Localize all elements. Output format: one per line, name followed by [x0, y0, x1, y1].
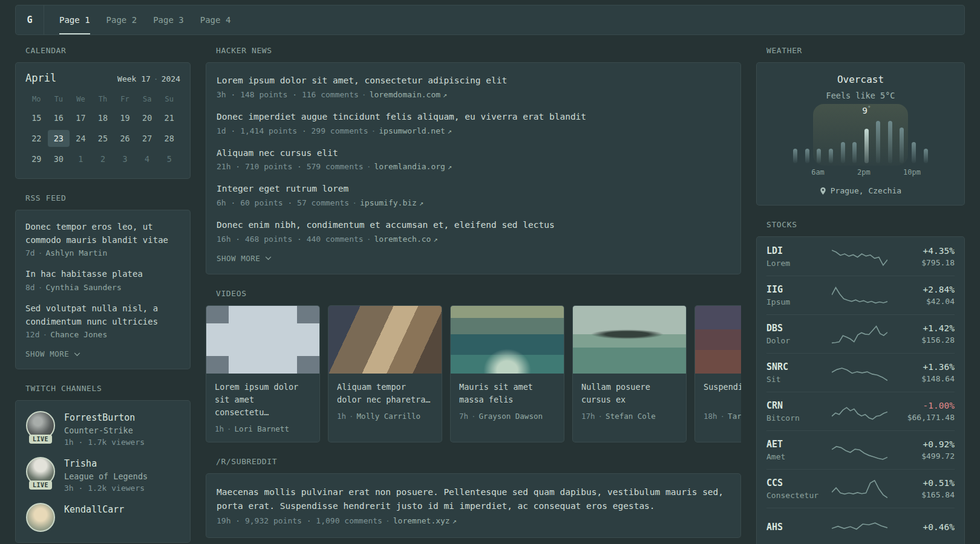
weather-tick-label: 6am	[811, 168, 825, 176]
weather-bar	[912, 142, 916, 163]
video-title[interactable]: Aliquam tempor dolor nec pharetra…	[337, 381, 433, 406]
hacker-news-item: Aliquam nec cursus elit21h · 710 points …	[217, 147, 730, 172]
hacker-news-item-title[interactable]: Donec enim nibh, condimentum et accumsan…	[217, 219, 730, 232]
separator-dot: ·	[598, 412, 603, 421]
weather-tick-label	[846, 168, 857, 176]
sparkline-chart	[832, 362, 887, 384]
twitch-channel-game: Counter-Strike	[64, 426, 145, 435]
separator-dot: ·	[471, 412, 476, 421]
rss-item-age: 7d	[25, 248, 35, 257]
stocks-section-label: STOCKS	[766, 220, 965, 229]
videos-section-label: VIDEOS	[216, 289, 741, 298]
stock-ticker: LDI	[766, 245, 827, 256]
stock-identity: IIGIpsum	[766, 284, 827, 306]
item-source-link[interactable]: loremtech.co	[374, 235, 431, 244]
video-author: Molly Carrillo	[357, 412, 420, 421]
video-thumbnail-camera	[328, 306, 442, 374]
video-thumbnail-fog	[695, 306, 741, 374]
item-source-link[interactable]: loremdomain.com	[370, 90, 440, 99]
weather-section-label: WEATHER	[766, 46, 965, 55]
item-meta: 3h · 148 points · 116 comments·loremdoma…	[217, 90, 730, 99]
video-title[interactable]: Mauris sit amet massa felis	[459, 381, 555, 406]
stock-price: $148.64	[892, 374, 955, 383]
show-more-button[interactable]: SHOW MORE	[217, 254, 730, 263]
video-thumbnail-sea	[451, 306, 564, 374]
stock-row-crn[interactable]: CRNBitcorn-1.00%$66,171.48	[766, 392, 955, 430]
twitch-channel-row[interactable]: LIVEForrestBurtonCounter-Strike1h · 1.7k…	[25, 411, 180, 447]
sparkline-chart	[832, 285, 887, 306]
stock-sparkline	[827, 285, 892, 306]
show-more-button[interactable]: SHOW MORE	[25, 349, 180, 358]
top-nav: G Page 1Page 2Page 3Page 4	[15, 5, 965, 35]
rss-card: Donec tempor eros leo, ut commodo mauris…	[15, 210, 191, 369]
calendar-weekday: Su	[158, 95, 180, 103]
stock-price: $499.72	[892, 452, 955, 461]
subreddit-section-label: /R/SUBREDDIT	[216, 457, 741, 466]
stock-identity: CRNBitcorn	[766, 400, 827, 423]
app-logo[interactable]: G	[16, 5, 44, 34]
twitch-channel-name[interactable]: KendallCarr	[64, 503, 124, 515]
video-title[interactable]: Lorem ipsum dolor sit amet consectetu…	[215, 381, 311, 419]
twitch-channel-name[interactable]: ForrestBurton	[64, 411, 145, 423]
weather-bar	[829, 149, 833, 163]
hacker-news-item: Donec enim nibh, condimentum et accumsan…	[217, 219, 730, 244]
separator-dot: ·	[367, 162, 371, 171]
rss-item-meta: 8d·Cynthia Saunders	[25, 283, 180, 292]
stock-row-aet[interactable]: AETAmet+0.92%$499.72	[766, 430, 955, 469]
external-link-icon: ↗	[443, 91, 447, 99]
nav-tab-page-1[interactable]: Page 1	[59, 5, 90, 34]
subreddit-post-title[interactable]: Maecenas mollis pulvinar erat non posuer…	[217, 485, 730, 513]
calendar-day: 27	[136, 130, 158, 147]
rss-item-title[interactable]: In hac habitasse platea	[25, 268, 180, 281]
hacker-news-item-title[interactable]: Integer eget rutrum lorem	[217, 183, 730, 196]
rss-item-title[interactable]: Donec tempor eros leo, ut commodo mauris…	[25, 221, 180, 247]
stock-row-iig[interactable]: IIGIpsum+2.84%$42.04	[766, 276, 955, 314]
stock-identity: SNRCSit	[766, 361, 827, 384]
nav-tab-page-4[interactable]: Page 4	[200, 5, 231, 34]
weather-card: Overcast Feels like 5°C 9° 6am2pm10pm Pr…	[756, 62, 965, 206]
twitch-channel-row[interactable]: LIVETrishaLeague of Legends3h · 1.2k vie…	[25, 457, 180, 493]
nav-tab-page-3[interactable]: Page 3	[153, 5, 184, 34]
stock-ticker: DBS	[766, 323, 827, 334]
hacker-news-item-title[interactable]: Aliquam nec cursus elit	[217, 147, 730, 160]
twitch-channel-name[interactable]: Trisha	[64, 457, 148, 469]
weather-condition: Overcast	[766, 74, 955, 85]
stock-values: +4.35%$795.18	[892, 246, 955, 267]
item-source-link[interactable]: loremnet.xyz	[393, 516, 450, 525]
sparkline-chart	[832, 323, 887, 345]
live-badge: LIVE	[29, 481, 52, 490]
calendar-month: April	[25, 72, 56, 84]
video-card[interactable]: Nullam posuere cursus ex17h·Stefan Cole	[572, 305, 687, 442]
stock-ticker: SNRC	[766, 361, 827, 372]
item-source-link[interactable]: ipsumworld.net	[379, 126, 445, 135]
stock-change: -1.00%	[892, 401, 955, 410]
weather-bar	[876, 121, 880, 163]
video-title[interactable]: Suspendisse diam	[704, 381, 741, 406]
item-source-link[interactable]: ipsumify.biz	[360, 198, 417, 207]
weather-current-temp: 9°	[862, 105, 871, 115]
calendar-day: 15	[25, 109, 48, 126]
stock-change: +4.35%	[892, 246, 955, 256]
stock-row-dbs[interactable]: DBSDolor+1.42%$156.28	[766, 314, 955, 353]
stock-row-ccs[interactable]: CCSConsectetur+0.51%$165.84	[766, 469, 955, 508]
video-card[interactable]: Lorem ipsum dolor sit amet consectetu…1h…	[206, 305, 320, 442]
video-card[interactable]: Aliquam tempor dolor nec pharetra…1h·Mol…	[328, 305, 442, 442]
stock-sparkline	[827, 516, 892, 538]
hacker-news-item-title[interactable]: Donec imperdiet augue tincidunt felis al…	[217, 111, 730, 124]
twitch-channel-row[interactable]: KendallCarr	[25, 503, 180, 532]
nav-tab-page-2[interactable]: Page 2	[106, 5, 137, 34]
stock-row-snrc[interactable]: SNRCSit+1.36%$148.64	[766, 353, 955, 392]
calendar-day-grid: 1516171819202122232425262728293012345	[25, 109, 180, 167]
sparkline-chart	[832, 516, 887, 538]
item-source-link[interactable]: loremlandia.org	[374, 162, 445, 171]
video-title[interactable]: Nullam posuere cursus ex	[581, 381, 678, 406]
video-card[interactable]: Suspendisse diam18h·Tara	[694, 305, 741, 442]
hacker-news-item-title[interactable]: Lorem ipsum dolor sit amet, consectetur …	[217, 74, 730, 88]
hacker-news-section: HACKER NEWS Lorem ipsum dolor sit amet, …	[206, 46, 741, 274]
stock-row-ldi[interactable]: LDILorem+4.35%$795.18	[766, 238, 955, 276]
calendar-weekday: Fr	[114, 95, 136, 103]
rss-item-title[interactable]: Sed volutpat nulla nisl, a condimentum n…	[25, 302, 180, 328]
stock-row-ahs[interactable]: AHS+0.46%	[766, 508, 955, 544]
stock-values: +0.92%$499.72	[892, 439, 955, 461]
video-card[interactable]: Mauris sit amet massa felis7h·Grayson Da…	[450, 305, 564, 442]
